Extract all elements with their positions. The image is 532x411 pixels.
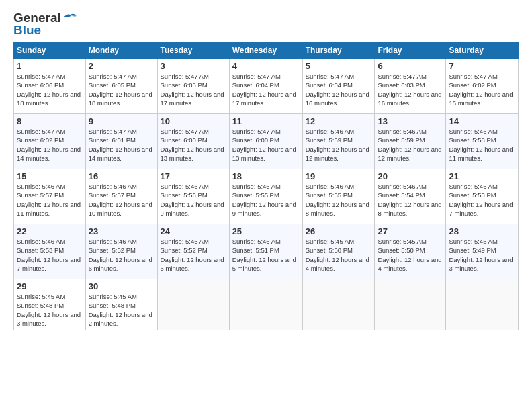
day-cell-18: 18 Sunrise: 5:46 AM Sunset: 5:55 PM Dayl… (229, 169, 302, 224)
day-cell-24: 24 Sunrise: 5:46 AM Sunset: 5:52 PM Dayl… (157, 224, 229, 279)
day-number: 16 (89, 171, 154, 181)
day-number: 12 (306, 116, 372, 126)
day-number: 10 (161, 116, 226, 126)
day-info: Sunrise: 5:46 AM Sunset: 5:57 PM Dayligh… (89, 182, 154, 218)
day-info: Sunrise: 5:47 AM Sunset: 6:04 PM Dayligh… (306, 72, 372, 107)
day-number: 3 (161, 61, 226, 71)
day-number: 11 (232, 116, 300, 126)
logo-blue: Blue (13, 23, 41, 38)
day-info: Sunrise: 5:46 AM Sunset: 5:58 PM Dayligh… (449, 127, 515, 163)
day-number: 20 (378, 171, 443, 181)
day-info: Sunrise: 5:47 AM Sunset: 6:02 PM Dayligh… (17, 127, 83, 163)
day-cell-17: 17 Sunrise: 5:46 AM Sunset: 5:56 PM Dayl… (157, 169, 229, 224)
day-info: Sunrise: 5:45 AM Sunset: 5:48 PM Dayligh… (17, 292, 83, 328)
day-cell-21: 21 Sunrise: 5:46 AM Sunset: 5:53 PM Dayl… (446, 169, 519, 224)
day-number: 23 (89, 226, 154, 236)
day-info: Sunrise: 5:45 AM Sunset: 5:50 PM Dayligh… (378, 237, 443, 273)
logo: General Blue (13, 11, 77, 38)
day-info: Sunrise: 5:47 AM Sunset: 6:05 PM Dayligh… (161, 72, 226, 107)
day-cell-4: 4 Sunrise: 5:47 AM Sunset: 6:04 PM Dayli… (229, 59, 302, 114)
day-number: 15 (17, 171, 83, 181)
day-number: 18 (232, 171, 300, 181)
day-info: Sunrise: 5:46 AM Sunset: 5:59 PM Dayligh… (378, 127, 443, 163)
day-cell-22: 22 Sunrise: 5:46 AM Sunset: 5:53 PM Dayl… (14, 224, 86, 279)
day-number: 28 (449, 226, 515, 236)
day-number: 4 (232, 61, 300, 71)
day-number: 9 (89, 116, 154, 126)
day-cell-28: 28 Sunrise: 5:45 AM Sunset: 5:49 PM Dayl… (446, 224, 519, 279)
day-info: Sunrise: 5:45 AM Sunset: 5:49 PM Dayligh… (449, 237, 515, 273)
calendar-table: Sunday Monday Tuesday Wednesday Thursday… (13, 42, 519, 330)
day-cell-11: 11 Sunrise: 5:47 AM Sunset: 6:00 PM Dayl… (229, 114, 302, 169)
day-info: Sunrise: 5:47 AM Sunset: 6:05 PM Dayligh… (89, 72, 154, 107)
day-cell-30: 30 Sunrise: 5:45 AM Sunset: 5:48 PM Dayl… (85, 279, 157, 330)
day-info: Sunrise: 5:45 AM Sunset: 5:48 PM Dayligh… (89, 292, 154, 328)
day-info: Sunrise: 5:46 AM Sunset: 5:56 PM Dayligh… (161, 182, 226, 218)
day-cell-29: 29 Sunrise: 5:45 AM Sunset: 5:48 PM Dayl… (14, 279, 86, 330)
weekday-header-row: Sunday Monday Tuesday Wednesday Thursday… (14, 42, 519, 59)
day-info: Sunrise: 5:45 AM Sunset: 5:50 PM Dayligh… (306, 237, 372, 273)
day-cell-26: 26 Sunrise: 5:45 AM Sunset: 5:50 PM Dayl… (302, 224, 375, 279)
day-cell-2: 2 Sunrise: 5:47 AM Sunset: 6:05 PM Dayli… (85, 59, 157, 114)
day-info: Sunrise: 5:46 AM Sunset: 5:52 PM Dayligh… (161, 237, 226, 273)
col-thursday: Thursday (302, 42, 375, 59)
day-info: Sunrise: 5:47 AM Sunset: 6:01 PM Dayligh… (89, 127, 154, 163)
col-sunday: Sunday (14, 42, 86, 59)
day-cell-10: 10 Sunrise: 5:47 AM Sunset: 6:00 PM Dayl… (157, 114, 229, 169)
day-number: 5 (306, 61, 372, 71)
day-cell-6: 6 Sunrise: 5:47 AM Sunset: 6:03 PM Dayli… (375, 59, 446, 114)
day-number: 14 (449, 116, 515, 126)
day-info: Sunrise: 5:46 AM Sunset: 5:55 PM Dayligh… (306, 182, 372, 218)
day-info: Sunrise: 5:46 AM Sunset: 5:53 PM Dayligh… (449, 182, 515, 218)
day-number: 8 (17, 116, 83, 126)
day-info: Sunrise: 5:46 AM Sunset: 5:55 PM Dayligh… (232, 182, 300, 218)
day-info: Sunrise: 5:47 AM Sunset: 6:00 PM Dayligh… (232, 127, 300, 163)
col-monday: Monday (85, 42, 157, 59)
empty-cell (446, 279, 519, 330)
col-wednesday: Wednesday (229, 42, 302, 59)
day-number: 2 (89, 61, 154, 71)
day-number: 13 (378, 116, 443, 126)
day-info: Sunrise: 5:46 AM Sunset: 5:53 PM Dayligh… (17, 237, 83, 273)
day-cell-5: 5 Sunrise: 5:47 AM Sunset: 6:04 PM Dayli… (302, 59, 375, 114)
header: General Blue (13, 11, 519, 38)
day-info: Sunrise: 5:46 AM Sunset: 5:59 PM Dayligh… (306, 127, 372, 163)
day-number: 22 (17, 226, 83, 236)
day-cell-1: 1 Sunrise: 5:47 AM Sunset: 6:06 PM Dayli… (14, 59, 86, 114)
day-cell-12: 12 Sunrise: 5:46 AM Sunset: 5:59 PM Dayl… (302, 114, 375, 169)
day-info: Sunrise: 5:46 AM Sunset: 5:54 PM Dayligh… (378, 182, 443, 218)
day-cell-3: 3 Sunrise: 5:47 AM Sunset: 6:05 PM Dayli… (157, 59, 229, 114)
day-number: 19 (306, 171, 372, 181)
col-friday: Friday (375, 42, 446, 59)
day-number: 26 (306, 226, 372, 236)
day-number: 7 (449, 61, 515, 71)
day-cell-23: 23 Sunrise: 5:46 AM Sunset: 5:52 PM Dayl… (85, 224, 157, 279)
day-cell-8: 8 Sunrise: 5:47 AM Sunset: 6:02 PM Dayli… (14, 114, 86, 169)
day-cell-13: 13 Sunrise: 5:46 AM Sunset: 5:59 PM Dayl… (375, 114, 446, 169)
empty-cell (375, 279, 446, 330)
day-info: Sunrise: 5:47 AM Sunset: 6:00 PM Dayligh… (161, 127, 226, 163)
day-number: 30 (89, 281, 154, 291)
day-number: 25 (232, 226, 300, 236)
col-tuesday: Tuesday (157, 42, 229, 59)
day-number: 17 (161, 171, 226, 181)
day-cell-19: 19 Sunrise: 5:46 AM Sunset: 5:55 PM Dayl… (302, 169, 375, 224)
day-number: 27 (378, 226, 443, 236)
day-info: Sunrise: 5:46 AM Sunset: 5:51 PM Dayligh… (232, 237, 300, 273)
logo-bird-icon (62, 12, 77, 24)
page: General Blue Sunday Monday Tuesday Wedne… (0, 0, 532, 338)
day-cell-15: 15 Sunrise: 5:46 AM Sunset: 5:57 PM Dayl… (14, 169, 86, 224)
empty-cell (302, 279, 375, 330)
day-number: 6 (378, 61, 443, 71)
day-number: 1 (17, 61, 83, 71)
day-cell-27: 27 Sunrise: 5:45 AM Sunset: 5:50 PM Dayl… (375, 224, 446, 279)
day-cell-14: 14 Sunrise: 5:46 AM Sunset: 5:58 PM Dayl… (446, 114, 519, 169)
empty-cell (157, 279, 229, 330)
day-info: Sunrise: 5:47 AM Sunset: 6:06 PM Dayligh… (17, 72, 83, 107)
day-info: Sunrise: 5:46 AM Sunset: 5:57 PM Dayligh… (17, 182, 83, 218)
day-cell-9: 9 Sunrise: 5:47 AM Sunset: 6:01 PM Dayli… (85, 114, 157, 169)
day-cell-25: 25 Sunrise: 5:46 AM Sunset: 5:51 PM Dayl… (229, 224, 302, 279)
day-number: 24 (161, 226, 226, 236)
day-cell-7: 7 Sunrise: 5:47 AM Sunset: 6:02 PM Dayli… (446, 59, 519, 114)
day-info: Sunrise: 5:46 AM Sunset: 5:52 PM Dayligh… (89, 237, 154, 273)
